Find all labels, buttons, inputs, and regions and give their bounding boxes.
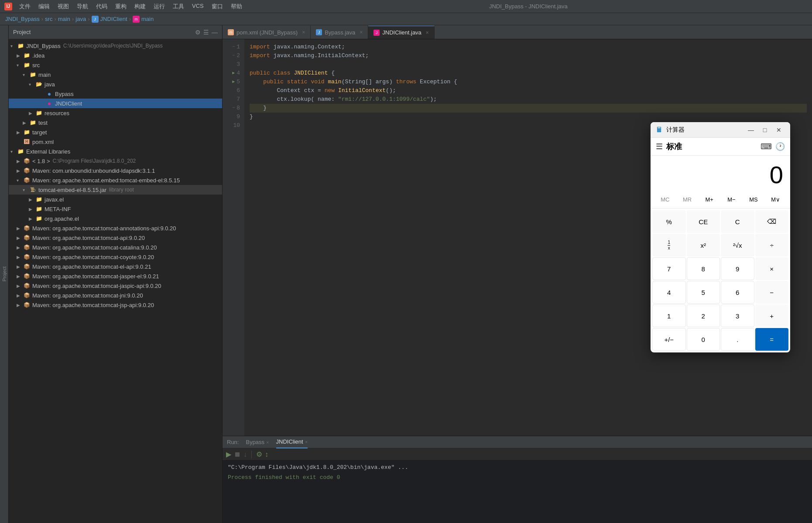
calc-mv-btn[interactable]: M∨ [764,192,787,206]
calc-percent-btn[interactable]: % [652,210,686,233]
breadcrumb-main[interactable]: main [58,16,70,22]
menu-vcs[interactable]: VCS [188,2,207,11]
menu-code[interactable]: 代码 [93,2,111,11]
tree-item-java[interactable]: ▾ 📂 java [9,79,222,89]
menu-refactor[interactable]: 重构 [112,2,130,11]
tree-item-maven-coyote[interactable]: ▶ 📦 Maven: org.apache.tomcat:tomcat-coyo… [9,252,222,262]
fold-icon[interactable]: − [232,51,235,60]
tab-close[interactable]: × [302,29,305,35]
calc-1-btn[interactable]: 1 [652,304,686,327]
calc-mc-btn[interactable]: MC [654,192,676,206]
calc-2-btn[interactable]: 2 [687,304,720,327]
calc-square-btn[interactable]: x² [687,234,720,256]
menu-navigate[interactable]: 导航 [73,2,92,11]
sidebar-minimize-icon[interactable]: — [212,29,218,36]
calc-sqrt-btn[interactable]: ²√x [721,234,754,256]
tree-item-maven-jni[interactable]: ▶ 📦 Maven: org.apache.tomcat:tomcat-jni:… [9,291,222,300]
left-panel-tab[interactable]: Project [0,25,9,523]
sidebar-collapse-icon[interactable]: ☰ [203,29,209,36]
fold-icon[interactable]: − [232,104,235,113]
tree-item-maven-annotations[interactable]: ▶ 📦 Maven: org.apache.tomcat:tomcat-anno… [9,223,222,233]
calc-8-btn[interactable]: 8 [687,257,720,280]
tree-item-maven-catalina[interactable]: ▶ 📦 Maven: org.apache.tomcat:tomcat-cata… [9,243,222,252]
calc-mminus-btn[interactable]: M− [720,192,743,206]
run-arrow-icon[interactable]: ▶ [232,69,235,78]
tab-jndiclient[interactable]: J JNDIClient.java × [368,26,435,39]
tree-item-maven-tomcat-embed[interactable]: ▾ 📦 Maven: org.apache.tomcat.embed:tomca… [9,175,222,185]
calc-c-btn[interactable]: C [721,210,754,233]
menu-help[interactable]: 帮助 [227,2,246,11]
breadcrumb-jndiclient[interactable]: JNDIClient [100,16,127,22]
breadcrumb-src[interactable]: src [45,16,52,22]
menu-file[interactable]: 文件 [16,2,34,11]
tree-item-jndiclient[interactable]: ● JNDIClient [9,99,222,108]
breadcrumb-java[interactable]: java [75,16,86,22]
menu-build[interactable]: 构建 [131,2,149,11]
tree-item-maven-jaspic[interactable]: ▶ 📦 Maven: org.apache.tomcat:tomcat-jasp… [9,281,222,291]
tree-item-main[interactable]: ▾ 📁 main [9,70,222,79]
calc-0-btn[interactable]: 0 [687,328,720,351]
breadcrumb-mainmethod[interactable]: main [141,16,154,22]
sidebar-actions[interactable]: ⚙ ☰ — [195,29,218,36]
tree-item-maven-jsp[interactable]: ▶ 📦 Maven: org.apache.tomcat:tomcat-jsp-… [9,300,222,310]
calc-subtract-btn[interactable]: − [755,281,789,304]
menu-edit[interactable]: 编辑 [35,2,53,11]
calc-equals-btn[interactable]: = [755,328,789,351]
tree-item-test[interactable]: ▶ 📁 test [9,118,222,127]
tree-item-javax-el[interactable]: ▶ 📁 javax.el [9,195,222,204]
tree-item-org-apache-el[interactable]: ▶ 📁 org.apache.el [9,214,222,223]
toggle-icon[interactable]: ↕ [265,451,268,458]
tab-close-icon[interactable]: × [305,439,308,444]
bottom-tab-jndiclient[interactable]: JNDIClient × [276,436,308,448]
tree-item-src[interactable]: ▾ 📁 src [9,60,222,70]
tree-item-target[interactable]: ▶ 📁 target [9,127,222,137]
calc-3-btn[interactable]: 3 [721,304,754,327]
calc-ms-btn[interactable]: MS [743,192,765,206]
tab-close-icon[interactable]: × [266,440,269,445]
calc-add-btn[interactable]: + [755,304,789,327]
calc-7-btn[interactable]: 7 [652,257,686,280]
calc-hamburger-icon[interactable]: ☰ [656,142,663,151]
run-button[interactable]: ▶ [226,450,231,458]
breadcrumb-project[interactable]: JNDI_Bypass [5,16,40,22]
fold-icon[interactable]: − [232,43,235,51]
menu-view[interactable]: 视图 [54,2,72,11]
menu-window[interactable]: 窗口 [208,2,226,11]
tab-close[interactable]: × [360,29,363,35]
tree-item-meta-inf[interactable]: ▶ 📁 META-INF [9,204,222,214]
settings-icon[interactable]: ⚙ [256,450,262,458]
calc-close-btn[interactable]: ✕ [773,124,785,136]
calc-history-icon[interactable]: 🕐 [775,142,785,151]
calc-6-btn[interactable]: 6 [721,281,754,304]
menu-bar[interactable]: 文件 编辑 视图 导航 代码 重构 构建 运行 工具 VCS 窗口 帮助 [16,2,246,11]
tree-item-ext-libs[interactable]: ▾ 📁 External Libraries [9,147,222,156]
calc-5-btn[interactable]: 5 [687,281,720,304]
tree-item-maven-el-api[interactable]: ▶ 📦 Maven: org.apache.tomcat:tomcat-el-a… [9,262,222,271]
tab-pom[interactable]: m pom.xml (JNDI_Bypass) × [223,26,311,39]
calc-minimize-btn[interactable]: — [745,124,757,136]
calc-divide-btn[interactable]: ÷ [755,234,789,256]
tree-item-resources[interactable]: ▶ 📁 resources [9,108,222,118]
tab-close[interactable]: × [426,30,429,36]
calc-ce-btn[interactable]: CE [687,210,720,233]
tree-item-bypass[interactable]: ● Bypass [9,89,222,99]
project-tab-label[interactable]: Project [2,267,7,281]
tree-item-idea[interactable]: ▶ 📁 .idea [9,51,222,60]
calc-9-btn[interactable]: 9 [721,257,754,280]
scroll-to-end[interactable]: ↓ [243,451,247,458]
tab-bypass[interactable]: J Bypass.java × [311,26,368,39]
calc-maximize-btn[interactable]: □ [759,124,771,136]
calc-multiply-btn[interactable]: × [755,257,789,280]
calc-mplus-btn[interactable]: M+ [698,192,720,206]
tree-item-maven-api[interactable]: ▶ 📦 Maven: org.apache.tomcat:tomcat-api:… [9,233,222,243]
tree-item-maven-jasper[interactable]: ▶ 📦 Maven: org.apache.tomcat:tomcat-jasp… [9,271,222,281]
tree-item-jndi-bypass[interactable]: ▾ 📁 JNDI_Bypass C:\Users\micgo\IdeaProje… [9,41,222,51]
tree-item-jdk[interactable]: ▶ 📦 < 1.8 > C:\Program Files\Java\jdk1.8… [9,156,222,166]
calc-reciprocal-btn[interactable]: 1x [652,234,686,256]
tree-item-tomcat-jar[interactable]: ▾ 🗜 tomcat-embed-el-8.5.15.jar library r… [9,185,222,195]
tree-item-pom[interactable]: 🅼 pom.xml [9,137,222,147]
calc-window-controls[interactable]: — □ ✕ [745,124,785,136]
calc-decimal-btn[interactable]: . [721,328,754,351]
menu-tools[interactable]: 工具 [169,2,188,11]
run-arrow-icon[interactable]: ▶ [232,78,235,86]
